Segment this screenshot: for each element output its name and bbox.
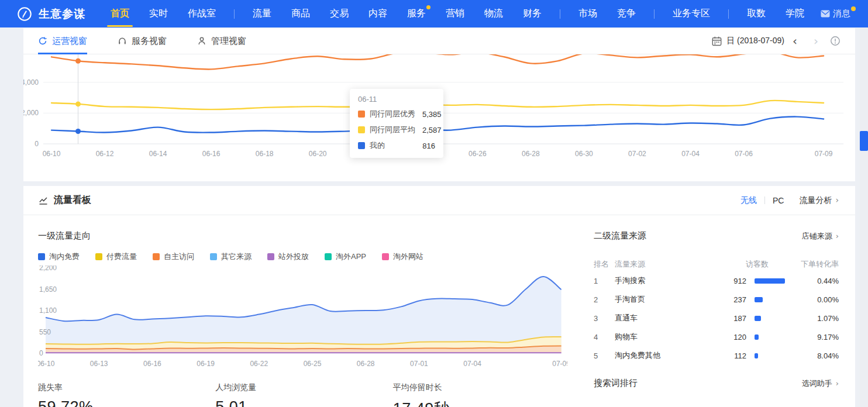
svg-text:0: 0 — [35, 140, 39, 148]
legend-item-付费流量[interactable]: 付费流量 — [95, 251, 137, 262]
badge-dot — [426, 5, 430, 9]
legend-swatch — [210, 253, 217, 260]
pc-tab[interactable]: PC — [773, 196, 784, 205]
table-row[interactable]: 3直通车1871.07% — [594, 309, 839, 327]
metric-人均浏览量: 人均浏览量5.01 — [215, 382, 392, 407]
cell-visitors: 237 — [714, 295, 746, 304]
next-date-button[interactable]: › — [805, 35, 826, 47]
nav-item-作战室[interactable]: 作战室 — [188, 8, 216, 20]
nav-item-流量[interactable]: 流量 — [253, 8, 271, 20]
nav-item-物流[interactable]: 物流 — [484, 8, 503, 20]
svg-text:2,000: 2,000 — [23, 109, 39, 117]
legend-label: 淘外网站 — [393, 251, 423, 262]
tooltip-series-label: 同行同层优秀 — [370, 109, 415, 119]
svg-text:06-10: 06-10 — [43, 150, 61, 158]
nav-item-交易[interactable]: 交易 — [330, 8, 349, 20]
svg-text:1,650: 1,650 — [39, 285, 57, 294]
nav-item-内容[interactable]: 内容 — [368, 8, 387, 20]
svg-text:07-01: 07-01 — [410, 360, 428, 368]
messages-button[interactable]: 消息 — [821, 8, 850, 19]
tab-管理视窗[interactable]: 管理视窗 — [197, 28, 246, 54]
nav-item-学院[interactable]: 学院 — [786, 8, 804, 20]
messages-label: 消息 — [833, 8, 850, 19]
page-scrollbar-track[interactable] — [860, 28, 868, 407]
nav-item-取数[interactable]: 取数 — [747, 8, 766, 20]
table-row[interactable]: 4购物车1209.17% — [594, 327, 839, 346]
cell-visitors-bar — [746, 334, 788, 340]
wireless-tab[interactable]: 无线 — [740, 195, 757, 206]
flow-pane: 一级流量走向 淘内免费付费流量自主访问其它来源站外投放淘外APP淘外网站 055… — [23, 215, 570, 407]
svg-text:0: 0 — [39, 349, 43, 357]
legend-swatch — [38, 253, 45, 260]
refresh-icon — [38, 36, 47, 46]
search-rank-title: 搜索词排行 — [594, 378, 638, 389]
metric-value: 59.72% — [38, 398, 215, 407]
cell-rank: 2 — [594, 295, 615, 304]
svg-text:07-04: 07-04 — [681, 150, 700, 158]
header-visitors: 访客数 — [714, 259, 788, 270]
traffic-analysis-link[interactable]: 流量分析› — [799, 195, 839, 206]
cell-visitors: 120 — [714, 333, 746, 342]
tooltip-date: 06-11 — [358, 95, 435, 104]
cell-rank: 1 — [594, 277, 615, 285]
calendar-icon[interactable] — [712, 36, 722, 46]
nav-item-商品[interactable]: 商品 — [291, 8, 310, 20]
shop-source-link[interactable]: 店铺来源› — [802, 231, 839, 242]
cell-visitors-bar — [746, 297, 788, 302]
chevron-right-icon: › — [836, 379, 839, 388]
table-row[interactable]: 1手淘搜索9120.44% — [594, 271, 839, 290]
visitors-bar — [755, 316, 761, 321]
visitors-bar — [755, 278, 785, 284]
word-helper-link[interactable]: 选词助手› — [802, 378, 839, 389]
table-row[interactable]: 5淘内免费其他1128.04% — [594, 346, 839, 365]
traffic-flow-chart[interactable]: 05501,1001,6502,20006-1006-1306-1606-190… — [38, 265, 570, 372]
legend-label: 淘内免费 — [49, 251, 80, 262]
legend-item-其它来源[interactable]: 其它来源 — [210, 251, 252, 262]
legend-item-自主访问[interactable]: 自主访问 — [153, 251, 194, 262]
nav-item-竞争[interactable]: 竞争 — [617, 8, 636, 20]
svg-text:06-28: 06-28 — [357, 360, 375, 368]
tab-运营视窗[interactable]: 运营视窗 — [38, 28, 87, 54]
info-icon — [830, 36, 841, 46]
date-controls: 日 (2018-07-09) ‹ › — [712, 35, 841, 47]
flow-chart-title: 一级流量走向 — [38, 230, 570, 242]
dashboard-page: { "brand": "生意参谋", "nav": { "items": [ {… — [0, 0, 868, 407]
tooltip-series-value: 816 — [422, 142, 435, 150]
nav-item-服务[interactable]: 服务 — [407, 8, 426, 20]
nav-item-财务[interactable]: 财务 — [523, 8, 542, 20]
cell-visitors-bar — [746, 353, 788, 358]
legend-item-站外投放[interactable]: 站外投放 — [267, 251, 309, 262]
legend-item-淘内免费[interactable]: 淘内免费 — [38, 251, 80, 262]
table-row[interactable]: 2手淘首页2370.00% — [594, 290, 839, 309]
tooltip-row: 同行同层优秀5,385 — [358, 109, 435, 119]
brand-logo-icon — [16, 6, 33, 22]
legend-item-淘外APP[interactable]: 淘外APP — [325, 251, 366, 262]
tooltip-series-label: 同行同层平均 — [370, 125, 415, 135]
table-header-row: 排名流量来源访客数下单转化率 — [594, 257, 839, 271]
brand[interactable]: 生意参谋 — [16, 6, 85, 22]
prev-date-button[interactable]: ‹ — [784, 35, 805, 47]
nav-item-首页[interactable]: 首页 — [111, 8, 129, 20]
nav-divider — [560, 9, 560, 19]
headset-icon — [118, 36, 127, 46]
info-button[interactable] — [830, 36, 841, 46]
nav-item-市场[interactable]: 市场 — [578, 8, 597, 20]
cell-rank: 4 — [594, 333, 615, 342]
nav-item-营销[interactable]: 营销 — [446, 8, 464, 20]
legend-swatch — [382, 253, 389, 260]
page-scrollbar-thumb[interactable] — [860, 131, 868, 151]
traffic-board-card: 流量看板 无线 PC 流量分析› 一级流量走向 淘内免费付费流量自主访问其它来源… — [23, 186, 855, 407]
nav-item-实时[interactable]: 实时 — [149, 8, 168, 20]
svg-text:07-04: 07-04 — [463, 360, 481, 368]
legend-swatch — [267, 253, 274, 260]
top-navigation: 生意参谋 首页实时作战室流量商品交易内容服务营销物流财务市场竞争业务专区取数学院… — [0, 0, 868, 27]
tab-服务视窗[interactable]: 服务视窗 — [118, 28, 167, 54]
nav-item-业务专区[interactable]: 业务专区 — [673, 8, 710, 20]
svg-text:06-14: 06-14 — [149, 150, 167, 158]
view-tabbar: 运营视窗服务视窗管理视窗 日 (2018-07-09) ‹ › — [23, 28, 855, 54]
header-source: 流量来源 — [615, 259, 714, 270]
legend-swatch — [325, 253, 332, 260]
legend-item-淘外网站[interactable]: 淘外网站 — [382, 251, 423, 262]
date-picker[interactable]: 日 (2018-07-09) — [726, 36, 784, 46]
series-color-swatch — [358, 111, 365, 118]
